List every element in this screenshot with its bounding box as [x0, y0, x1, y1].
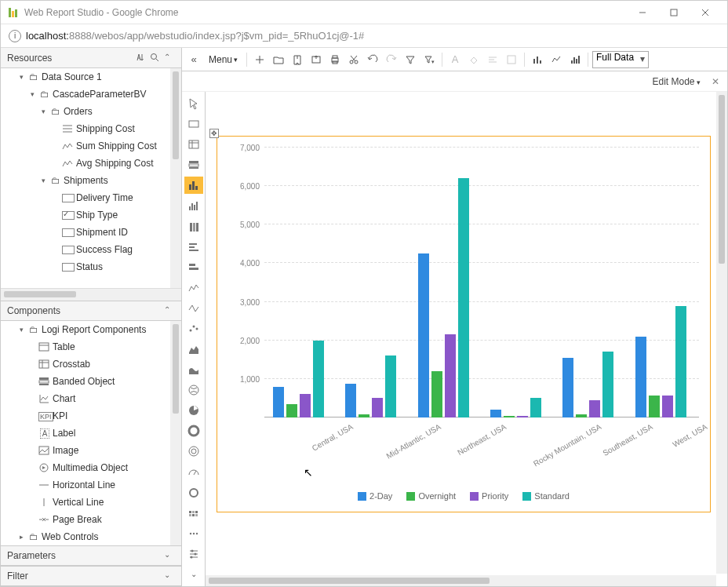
palette-barchart-icon[interactable]	[184, 177, 203, 194]
bar[interactable]	[517, 416, 528, 417]
palette-pointer-icon[interactable]	[184, 95, 203, 112]
scrollbar-horizontal[interactable]	[1, 288, 181, 301]
tree-item[interactable]: Delivery Time	[1, 189, 181, 206]
tree-item[interactable]: Shipment ID	[1, 224, 181, 241]
collapse-icon[interactable]: ⌄	[164, 571, 175, 582]
filter-button[interactable]	[402, 51, 419, 68]
scrollbar-vertical[interactable]	[170, 321, 181, 545]
bar[interactable]	[675, 306, 686, 418]
tree-item[interactable]: Multimedia Object	[1, 459, 181, 476]
print-button[interactable]	[326, 51, 344, 68]
palette-area-icon[interactable]	[184, 341, 203, 358]
tree-item[interactable]: Image	[1, 442, 181, 459]
tree-item[interactable]: Horizontal Line	[1, 476, 181, 494]
report-canvas[interactable]: ✥ 1,0002,0003,0004,0005,0006,0007,000 2-…	[206, 92, 727, 586]
export-button[interactable]	[308, 51, 325, 68]
palette-line2-icon[interactable]	[184, 300, 203, 317]
bar[interactable]	[372, 398, 383, 417]
bar[interactable]	[602, 352, 613, 417]
bar[interactable]	[562, 358, 573, 417]
expand-arrow-icon[interactable]: ▸	[20, 533, 27, 541]
collapse-icon[interactable]: ⌃	[164, 53, 175, 64]
bar[interactable]	[576, 414, 587, 417]
palette-stacked-icon[interactable]	[184, 217, 203, 235]
palette-scatter-icon[interactable]	[184, 320, 203, 337]
tree-item[interactable]: Table	[1, 338, 181, 355]
panel-header-parameters[interactable]: Parameters ⌄	[1, 545, 181, 566]
panel-header-resources[interactable]: Resources ⌃	[1, 48, 181, 68]
scrollbar-vertical[interactable]	[170, 68, 181, 288]
expand-arrow-icon[interactable]: ▾	[31, 90, 38, 98]
tree-item[interactable]: Shipping Cost	[1, 120, 181, 137]
bar[interactable]	[418, 253, 429, 417]
minimize-button[interactable]	[627, 3, 658, 22]
collapse-icon[interactable]: ⌄	[164, 550, 175, 561]
tree-item[interactable]: ▾CascadeParameterBV	[1, 86, 181, 103]
tree-item[interactable]: Vertical Line	[1, 494, 181, 511]
bar[interactable]	[300, 394, 311, 417]
chart-column-icon[interactable]	[566, 51, 584, 68]
tree-item[interactable]: Status	[1, 258, 181, 275]
tree-item[interactable]: Sum Shipping Cost	[1, 137, 181, 155]
palette-hbar2-icon[interactable]	[184, 259, 203, 276]
palette-line-icon[interactable]	[184, 279, 203, 297]
chart-bar-icon[interactable]	[529, 51, 546, 68]
palette-crosstab-icon[interactable]	[184, 136, 203, 153]
redo-button[interactable]	[383, 51, 400, 68]
palette-map-icon[interactable]	[184, 381, 203, 399]
palette-heatmap-icon[interactable]	[184, 505, 203, 522]
sort-icon[interactable]	[136, 53, 147, 64]
palette-expand-icon[interactable]: ⌄	[184, 566, 203, 583]
canvas-scrollbar-horizontal[interactable]	[206, 575, 716, 586]
bar[interactable]	[649, 396, 660, 418]
palette-gauge-icon[interactable]	[184, 463, 203, 480]
edit-mode-toggle[interactable]: Edit Mode ▾	[652, 76, 701, 87]
palette-more-icon[interactable]	[184, 525, 203, 542]
tree-item[interactable]: ▸Web Controls	[1, 528, 181, 545]
tree-item[interactable]: KPIKPI	[1, 407, 181, 425]
tree-item[interactable]: Avg Shipping Cost	[1, 155, 181, 172]
menu-dropdown[interactable]: Menu▾	[204, 54, 242, 65]
palette-ring-icon[interactable]	[184, 483, 203, 501]
search-icon[interactable]	[150, 53, 161, 64]
open-button[interactable]	[270, 51, 287, 68]
site-info-icon[interactable]: i	[9, 30, 21, 42]
palette-banded-icon[interactable]	[184, 156, 203, 173]
tree-item[interactable]: Crosstab	[1, 355, 181, 373]
bar[interactable]	[359, 414, 369, 417]
tree-item[interactable]: ▾Logi Report Components	[1, 321, 181, 338]
tree-item[interactable]: Banded Object	[1, 373, 181, 390]
tree-item[interactable]: ▾Orders	[1, 103, 181, 120]
chart-object[interactable]: ✥ 1,0002,0003,0004,0005,0006,0007,000 2-…	[217, 136, 711, 512]
bar[interactable]	[635, 337, 646, 417]
expand-arrow-icon[interactable]: ▾	[20, 326, 27, 334]
tree-item[interactable]: Chart	[1, 390, 181, 407]
bar[interactable]	[313, 341, 324, 417]
bar[interactable]	[385, 355, 396, 417]
legend-item[interactable]: 2-Day	[358, 491, 392, 501]
new-button[interactable]	[251, 51, 268, 68]
palette-table-icon[interactable]	[184, 115, 203, 133]
palette-radial-icon[interactable]	[184, 443, 203, 460]
tree-item[interactable]: ▾Data Source 1	[1, 68, 181, 86]
bar[interactable]	[273, 387, 284, 417]
expand-arrow-icon[interactable]: ▾	[20, 73, 27, 81]
bar[interactable]	[458, 178, 469, 417]
palette-pie-icon[interactable]	[184, 402, 203, 419]
bar[interactable]	[589, 400, 600, 417]
expand-arrow-icon[interactable]: ▾	[42, 177, 49, 184]
tree-item[interactable]: Success Flag	[1, 241, 181, 258]
bar[interactable]	[345, 384, 356, 417]
tree-item[interactable]: Page Break	[1, 511, 181, 528]
panel-header-components[interactable]: Components ⌃	[1, 301, 181, 321]
palette-area2-icon[interactable]	[184, 361, 203, 378]
legend-item[interactable]: Standard	[522, 491, 570, 501]
collapse-icon[interactable]: ⌃	[164, 305, 175, 316]
tree-item[interactable]: ▾Shipments	[1, 172, 181, 189]
panel-header-filter[interactable]: Filter ⌄	[1, 566, 181, 586]
undo-button[interactable]	[364, 51, 381, 68]
filter-dropdown[interactable]: ▾	[420, 51, 438, 68]
canvas-scrollbar-vertical[interactable]	[716, 92, 727, 574]
bar[interactable]	[286, 404, 297, 417]
bar[interactable]	[530, 398, 541, 417]
